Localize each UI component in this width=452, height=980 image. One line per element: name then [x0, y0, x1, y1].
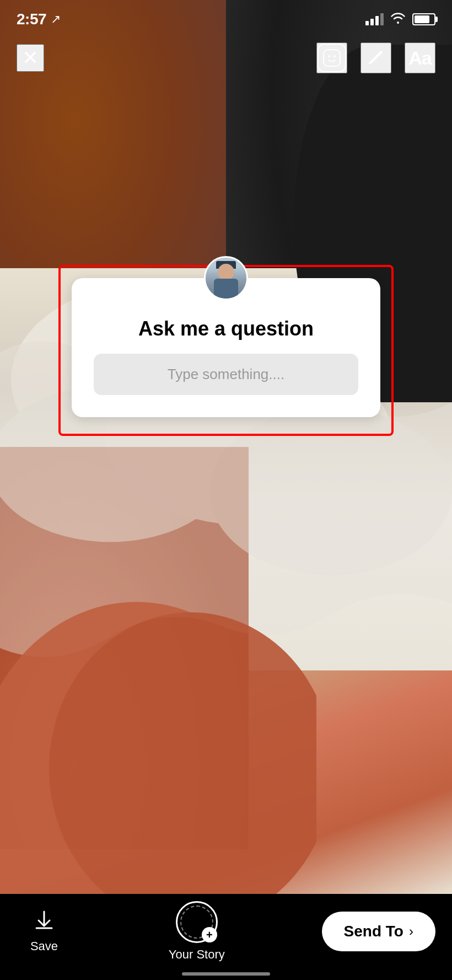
background-photo: [0, 0, 452, 894]
svg-point-7: [328, 55, 330, 57]
user-avatar: [204, 256, 248, 300]
svg-point-8: [333, 55, 336, 57]
status-time: 2:57: [17, 10, 46, 28]
bottom-toolbar: Save + Your Story Send To ›: [0, 894, 452, 980]
svg-rect-6: [324, 50, 340, 66]
question-card: Ask me a question Type something....: [72, 278, 380, 417]
story-circle: +: [176, 901, 218, 943]
sticker-icon: [318, 44, 346, 72]
battery-icon: [412, 13, 435, 25]
status-bar: 2:57 ↗: [0, 0, 452, 33]
location-icon: ↗: [51, 12, 61, 26]
send-to-button[interactable]: Send To ›: [322, 912, 435, 951]
status-icons: [365, 12, 435, 27]
your-story-label: Your Story: [169, 947, 225, 962]
question-widget-container: Ask me a question Type something....: [58, 265, 394, 436]
pencil-icon: [366, 47, 386, 69]
close-button[interactable]: ✕: [17, 44, 44, 72]
question-input-box[interactable]: Type something....: [94, 354, 358, 395]
red-border-box: Ask me a question Type something....: [58, 265, 394, 436]
send-to-label: Send To: [344, 923, 403, 940]
your-story-button[interactable]: + Your Story: [169, 901, 225, 962]
sticker-button[interactable]: [316, 42, 347, 73]
question-placeholder: Type something....: [168, 366, 284, 382]
close-icon: ✕: [22, 48, 39, 68]
save-button[interactable]: Save: [17, 909, 72, 954]
story-plus-icon: +: [202, 927, 217, 942]
draw-button[interactable]: [360, 42, 391, 73]
send-to-chevron-icon: ›: [409, 924, 413, 939]
text-button[interactable]: Aa: [405, 42, 435, 73]
save-label: Save: [30, 939, 58, 954]
home-indicator: [182, 972, 270, 976]
top-toolbar: ✕ Aa: [0, 33, 452, 83]
save-icon: [33, 909, 55, 935]
wifi-icon: [390, 12, 406, 27]
question-title: Ask me a question: [94, 317, 358, 340]
toolbar-right: Aa: [316, 42, 435, 73]
text-icon: Aa: [408, 47, 431, 69]
signal-bars-icon: [365, 13, 384, 25]
